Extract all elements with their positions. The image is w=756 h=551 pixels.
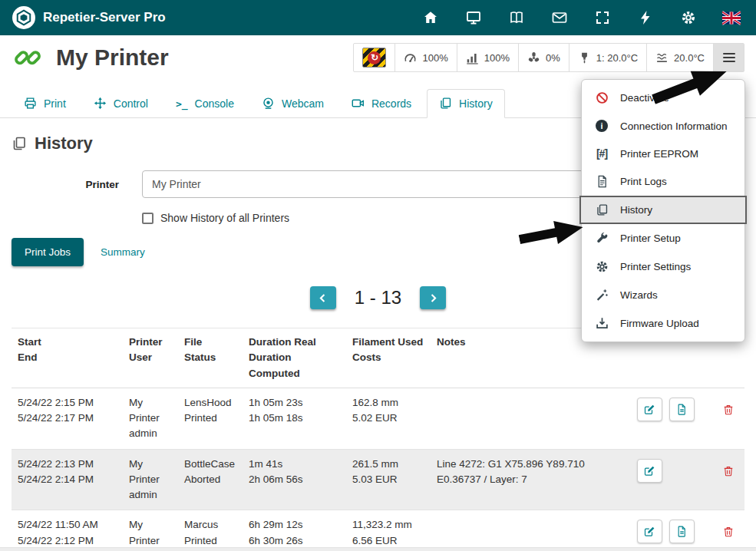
wand-icon — [593, 289, 610, 302]
bed-temp-status[interactable]: 20.0°C — [646, 44, 713, 71]
next-row-sliver — [0, 547, 756, 551]
cell-filament-costs: 261.5 mm5.03 EUR — [346, 449, 431, 510]
printers-icon[interactable] — [464, 8, 483, 27]
cell-printer-user: My Printeradmin — [123, 449, 178, 510]
page-title-text: History — [35, 134, 93, 153]
topbar: Repetier-Server Pro — [0, 0, 756, 35]
menu-item-label: Printer EEPROM — [620, 148, 698, 160]
cell-filament-costs: 11,323.2 mm6.56 EUR — [346, 510, 431, 551]
tab-label: Control — [114, 97, 148, 110]
feedrate-value: 100% — [422, 52, 447, 64]
move-icon — [94, 97, 107, 110]
delete-entry-button[interactable] — [718, 459, 738, 483]
cell-duration: 6h 29m 12s6h 30m 26s — [243, 510, 346, 551]
col-header-printer-user: PrinterUser — [123, 328, 178, 388]
table-row: 5/24/22 11:50 AM5/24/22 2:12 PM My Print… — [12, 510, 744, 551]
tab-records[interactable]: Records — [339, 89, 424, 118]
printer-select-label: Printer — [12, 179, 119, 190]
history-table-body: 5/24/22 2:15 PM5/24/22 2:17 PM My Printe… — [12, 388, 744, 551]
bed-temp-value: 20.0°C — [674, 52, 705, 64]
tab-label: Console — [195, 97, 234, 110]
webcam-icon — [262, 97, 275, 110]
tab-webcam[interactable]: Webcam — [249, 89, 336, 118]
topnav — [421, 8, 741, 27]
prev-page-button[interactable] — [310, 286, 336, 309]
menu-item-label: Printer Setup — [620, 233, 681, 244]
menu-item-label: Printer Settings — [620, 261, 691, 272]
fan-icon — [527, 51, 540, 64]
fan-status[interactable]: 0% — [518, 44, 569, 71]
history-table: StartEnd PrinterUser FileStatus Duration… — [12, 328, 744, 551]
menu-item-printer-settings[interactable]: Printer Settings — [582, 252, 744, 281]
pencil-icon — [644, 526, 655, 537]
extruder-temp-value: 1: 20.0°C — [596, 52, 638, 64]
records-icon — [352, 97, 365, 110]
pencil-icon — [644, 404, 655, 415]
quick-commands-icon[interactable] — [636, 8, 655, 27]
edit-note-button[interactable] — [637, 398, 662, 421]
pdf-report-button[interactable] — [669, 398, 695, 421]
console-icon — [176, 97, 188, 110]
fullscreen-icon[interactable] — [593, 8, 612, 27]
emergency-stop-icon — [362, 48, 386, 68]
feedrate-status[interactable]: 100% — [395, 44, 456, 71]
language-flag-uk-icon[interactable] — [722, 8, 741, 27]
messages-icon[interactable] — [550, 8, 569, 27]
delete-entry-button[interactable] — [718, 520, 738, 543]
menu-item-history[interactable]: History — [579, 196, 747, 224]
tab-control[interactable]: Control — [81, 89, 160, 118]
tab-console[interactable]: Console — [163, 89, 246, 118]
emergency-stop-button[interactable] — [354, 44, 395, 71]
menu-item-print-logs[interactable]: Print Logs — [582, 167, 744, 196]
cell-duration: 1m 41s2h 06m 56s — [243, 449, 346, 510]
gear-icon — [593, 260, 610, 273]
printer-menu: Deactivate Connection Information Printe… — [581, 79, 745, 342]
documentation-icon[interactable] — [507, 8, 526, 27]
cell-notes — [431, 388, 631, 449]
table-row: 5/24/22 2:15 PM5/24/22 2:17 PM My Printe… — [12, 388, 744, 449]
history-icon — [439, 97, 452, 110]
file-pdf-icon — [676, 404, 688, 415]
tab-history[interactable]: History — [427, 89, 505, 118]
print-logs-icon — [593, 175, 610, 188]
menu-item-label: Deactivate — [620, 92, 669, 104]
cell-start-end: 5/24/22 11:50 AM5/24/22 2:12 PM — [12, 510, 123, 551]
flow-status[interactable]: 100% — [457, 44, 518, 71]
next-page-button[interactable] — [420, 286, 446, 309]
checkbox-box[interactable] — [142, 213, 154, 224]
edit-note-button[interactable] — [637, 520, 662, 543]
delete-entry-button[interactable] — [718, 398, 738, 421]
menu-item-deactivate[interactable]: Deactivate — [582, 84, 744, 112]
menu-item-printer-setup[interactable]: Printer Setup — [582, 224, 744, 252]
pdf-report-button[interactable] — [669, 520, 695, 543]
cell-filament-costs: 162.8 mm5.02 EUR — [346, 388, 431, 449]
tab-print[interactable]: Print — [12, 89, 78, 118]
global-settings-icon[interactable] — [679, 8, 698, 27]
col-header-filament-costs: Filament UsedCosts — [346, 328, 431, 388]
menu-item-printer-eeprom[interactable]: Printer EEPROM — [582, 140, 744, 167]
cell-actions — [631, 388, 744, 449]
menu-item-connection-information[interactable]: Connection Information — [582, 112, 744, 140]
app-title: Repetier-Server Pro — [43, 10, 166, 25]
home-icon[interactable] — [421, 8, 440, 27]
cell-start-end: 5/24/22 2:15 PM5/24/22 2:17 PM — [12, 388, 123, 449]
cell-file-status: LensHoodPrinted — [178, 388, 243, 449]
cell-printer-user: My Printeradmin — [123, 510, 178, 551]
print-jobs-button[interactable]: Print Jobs — [12, 238, 84, 266]
trash-icon — [723, 403, 734, 416]
heated-bed-icon — [655, 51, 669, 64]
menu-item-firmware-upload[interactable]: Firmware Upload — [582, 309, 744, 338]
printer-select-value: My Printer — [152, 178, 201, 190]
printer-status-bar: 100% 100% 0% 1: 20.0°C 20.0°C — [353, 43, 744, 72]
history-icon — [593, 203, 610, 216]
summary-button[interactable]: Summary — [94, 238, 151, 266]
table-row: 5/24/22 2:13 PM5/24/22 2:14 PM My Printe… — [12, 449, 744, 510]
menu-item-wizards[interactable]: Wizards — [582, 281, 744, 309]
deactivate-icon — [593, 91, 610, 104]
menu-item-label: Print Logs — [620, 176, 667, 187]
menu-item-label: Connection Information — [620, 120, 728, 132]
edit-note-button[interactable] — [637, 459, 662, 483]
extruder-temp-status[interactable]: 1: 20.0°C — [569, 44, 646, 71]
brand: Repetier-Server Pro — [12, 6, 166, 29]
printer-menu-button[interactable] — [713, 44, 744, 71]
